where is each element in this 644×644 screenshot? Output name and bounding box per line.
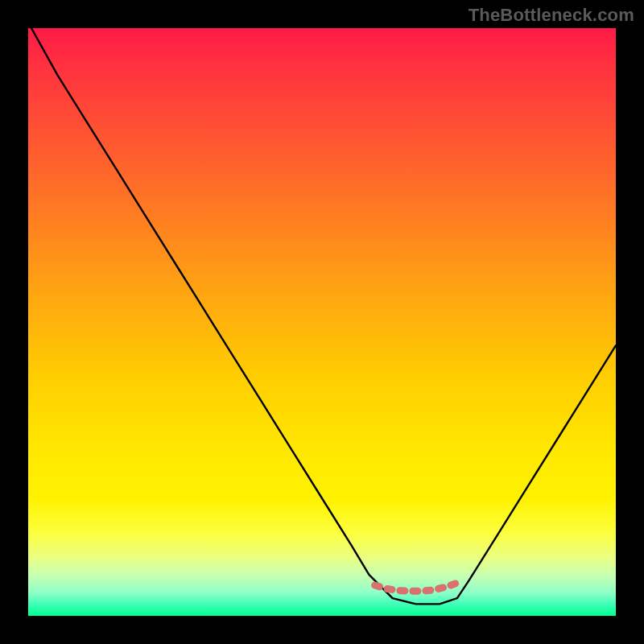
sweet-spot-band (375, 583, 457, 591)
plot-area (28, 28, 616, 616)
chart-svg (28, 28, 616, 616)
chart-frame: TheBottleneck.com (0, 0, 644, 644)
watermark-text: TheBottleneck.com (469, 5, 634, 26)
bottleneck-curve-line (28, 28, 616, 604)
